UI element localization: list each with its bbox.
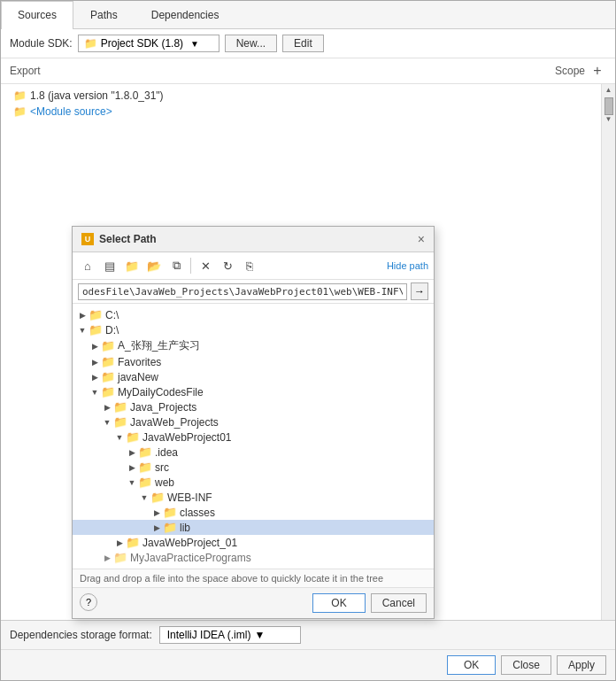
tree-folder-icon-javawebproject01: 📁 (126, 430, 140, 444)
tab-paths[interactable]: Paths (73, 1, 135, 28)
storage-format-select[interactable]: IntelliJ IDEA (.iml) ▼ (159, 626, 301, 644)
main-window: Sources Paths Dependencies Module SDK: 📁… (0, 0, 616, 681)
apply-button[interactable]: Apply (557, 655, 606, 675)
tree-toggle-c[interactable]: ▶ (76, 311, 89, 320)
storage-format-value: IntelliJ IDEA (.iml) (167, 629, 251, 641)
tree-folder-icon-src: 📁 (138, 460, 152, 474)
tree-toggle-mypractice[interactable]: ▶ (101, 553, 113, 562)
help-button[interactable]: ? (80, 593, 97, 611)
tab-dependencies[interactable]: Dependencies (135, 1, 236, 28)
dialog-close-button[interactable]: × (418, 232, 425, 246)
tree-item-javawebproject-01[interactable]: ▶ 📁 JavaWebProject_01 (73, 535, 434, 550)
export-scope-row: Export Scope + (1, 58, 615, 84)
new-button[interactable]: New... (225, 35, 277, 52)
tree-toggle-idea[interactable]: ▶ (126, 448, 138, 457)
tree-item-favorites[interactable]: ▶ 📁 Favorites (73, 354, 434, 369)
sdk-entry-text-0: 1.8 (java version "1.8.0_31") (30, 89, 164, 102)
select-path-dialog: U Select Path × ⌂ ▤ 📁 📂 ⧉ ✕ ↻ ⎘ Hide pat… (72, 226, 435, 619)
tree-label-mypractice: MyJavaPracticePrograms (130, 552, 251, 564)
tree-label-javaprojects: Java_Projects (130, 401, 196, 414)
hide-path-button[interactable]: Hide path (387, 260, 428, 271)
final-buttons-row: OK Close Apply (1, 649, 615, 680)
tree-label-idea: .idea (155, 446, 178, 459)
tree-item-zhangxiang[interactable]: ▶ 📁 A_张翔_生产实习 (73, 337, 434, 354)
delete-toolbar-button[interactable]: ✕ (196, 256, 215, 275)
tree-label-javawebproject01: JavaWebProject01 (142, 431, 232, 444)
tree-item-mydaily[interactable]: ▼ 📁 MyDailyCodesFile (73, 384, 434, 399)
tree-label-classes: classes (180, 507, 215, 519)
tree-item-mypractice[interactable]: ▶ 📁 MyJavaPracticePrograms (73, 550, 434, 565)
tree-label-d: D:\ (105, 324, 119, 337)
storage-format-label: Dependencies storage format: (10, 629, 152, 641)
tree-toggle-d[interactable]: ▼ (76, 326, 89, 335)
tree-toggle-javaprojects[interactable]: ▶ (101, 403, 113, 412)
path-input[interactable] (78, 283, 407, 300)
sdk-entry-1[interactable]: 📁 <Module source> (10, 104, 592, 120)
tree-label-src: src (155, 461, 169, 474)
tree-toggle-src[interactable]: ▶ (126, 463, 138, 472)
tree-toggle-favorites[interactable]: ▶ (89, 358, 101, 367)
scroll-down-arrow[interactable]: ▼ (605, 115, 612, 123)
tree-toggle-zhangxiang[interactable]: ▶ (89, 342, 101, 351)
tree-toggle-classes[interactable]: ▶ (150, 508, 163, 517)
tree-folder-icon-classes: 📁 (163, 506, 177, 519)
final-ok-button[interactable]: OK (447, 655, 496, 675)
tree-toggle-javawebprojects[interactable]: ▼ (101, 418, 113, 427)
dialog-ok-button[interactable]: OK (312, 593, 365, 613)
final-close-button[interactable]: Close (501, 655, 551, 675)
tree-folder-icon-web: 📁 (138, 476, 152, 489)
right-scrollbar: ▲ ▼ (601, 84, 615, 620)
refresh-toolbar-button[interactable]: ↻ (218, 256, 237, 275)
tree-toggle-javanew[interactable]: ▶ (89, 373, 101, 382)
tree-item-idea[interactable]: ▶ 📁 .idea (73, 445, 434, 460)
folder-up-toolbar-button[interactable]: 📂 (144, 256, 164, 275)
tree-item-c[interactable]: ▶ 📁 C:\ (73, 307, 434, 322)
main-content-area: 📁 1.8 (java version "1.8.0_31") 📁 <Modul… (1, 84, 615, 620)
folder-icon-1: 📁 (13, 105, 27, 118)
bottom-bar: Dependencies storage format: IntelliJ ID… (1, 620, 615, 649)
copy-path-toolbar-button[interactable]: ⎘ (240, 256, 259, 275)
tree-toggle-lib[interactable]: ▶ (150, 523, 163, 532)
tree-toggle-mydaily[interactable]: ▼ (89, 388, 101, 397)
scroll-up-arrow[interactable]: ▲ (605, 86, 612, 94)
tree-item-d[interactable]: ▼ 📁 D:\ (73, 322, 434, 337)
tree-item-lib[interactable]: ▶ 📁 lib (73, 520, 434, 535)
tree-item-javanew[interactable]: ▶ 📁 javaNew (73, 369, 434, 384)
sdk-select[interactable]: 📁 Project SDK (1.8) ▼ (78, 35, 219, 52)
tree-item-javawebproject01[interactable]: ▼ 📁 JavaWebProject01 (73, 429, 434, 445)
new-folder-toolbar-button[interactable]: 📁 (122, 256, 142, 275)
dialog-title-text: Select Path (99, 233, 157, 245)
tree-item-src[interactable]: ▶ 📁 src (73, 460, 434, 475)
tree-toggle-web[interactable]: ▼ (126, 478, 138, 487)
add-button[interactable]: + (589, 62, 606, 80)
tree-folder-icon-d: 📁 (89, 323, 103, 337)
list-toolbar-button[interactable]: ▤ (100, 256, 119, 275)
tree-toggle-javawebproject01[interactable]: ▼ (113, 433, 126, 442)
tree-toggle-webinf[interactable]: ▼ (138, 493, 150, 502)
tree-item-javaprojects[interactable]: ▶ 📁 Java_Projects (73, 399, 434, 414)
tree-item-web[interactable]: ▼ 📁 web (73, 475, 434, 490)
chevron-down-icon-storage: ▼ (254, 629, 265, 641)
tree-item-classes[interactable]: ▶ 📁 classes (73, 505, 434, 520)
sdk-entry-0: 📁 1.8 (java version "1.8.0_31") (10, 88, 592, 104)
tab-sources[interactable]: Sources (1, 1, 73, 29)
tab-bar: Sources Paths Dependencies (1, 1, 615, 29)
tree-folder-icon-javawebproject-01: 📁 (126, 536, 140, 549)
home-toolbar-button[interactable]: ⌂ (78, 256, 97, 275)
folder-icon: 📁 (13, 89, 27, 102)
export-label: Export (10, 65, 41, 77)
edit-button[interactable]: Edit (282, 35, 324, 52)
path-go-button[interactable]: → (411, 282, 428, 300)
tree-item-javawebprojects[interactable]: ▼ 📁 JavaWeb_Projects (73, 414, 434, 429)
module-sdk-label: Module SDK: (10, 37, 73, 50)
scroll-thumb[interactable] (604, 97, 613, 115)
module-source-link[interactable]: <Module source> (30, 105, 112, 118)
tree-item-webinf[interactable]: ▼ 📁 WEB-INF (73, 490, 434, 505)
tree-label-c: C:\ (105, 309, 119, 321)
dialog-cancel-button[interactable]: Cancel (371, 593, 427, 613)
tree-toggle-javawebproject-01[interactable]: ▶ (113, 538, 126, 547)
toolbar-separator-1 (190, 258, 191, 274)
sdk-folder-icon: 📁 (84, 37, 97, 50)
dialog-tree[interactable]: ▶ 📁 C:\ ▼ 📁 D:\ ▶ 📁 A_张翔_生产实习 (73, 304, 434, 569)
copy-folder-toolbar-button[interactable]: ⧉ (166, 256, 186, 275)
